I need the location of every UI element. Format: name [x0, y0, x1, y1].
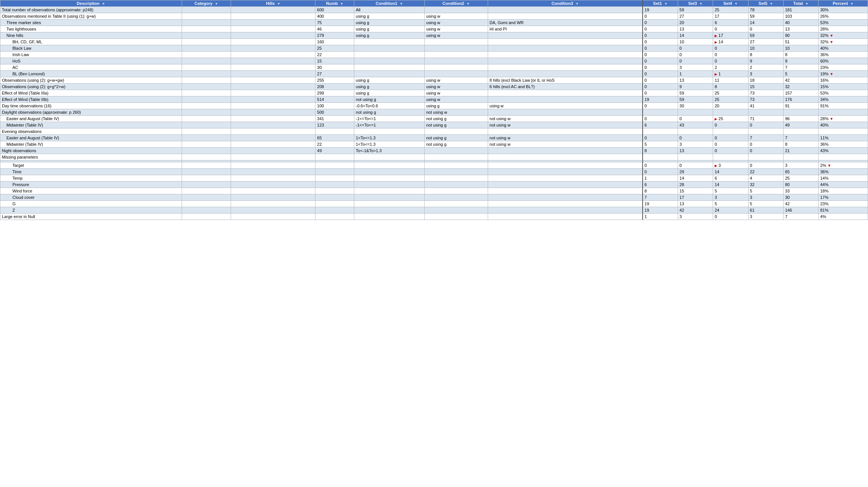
cell-set4: 6: [713, 175, 748, 182]
col-header-category[interactable]: Category ▼: [182, 0, 231, 7]
cell-numb: 299: [315, 90, 354, 96]
cell-description: Missing parameters: [0, 154, 182, 160]
cell-category: [182, 58, 231, 64]
cell-percent: 23%: [819, 64, 868, 71]
cell-percent: 36%: [819, 169, 868, 175]
cell-set1: [643, 109, 678, 116]
table-row: Cloud cover717333017%: [0, 194, 868, 201]
col-header-total[interactable]: Total ▼: [783, 0, 818, 7]
cell-set4: [713, 154, 748, 160]
col-header-description[interactable]: Description ▼: [0, 0, 182, 7]
cell-set3: 0: [678, 116, 713, 122]
cell-cond3: [488, 162, 643, 169]
cell-set1: 0: [643, 32, 678, 39]
cell-numb: [315, 154, 354, 160]
cell-numb: 46: [315, 26, 354, 32]
col-header-numb[interactable]: Numb ▼: [315, 0, 354, 7]
cell-category: [182, 207, 231, 214]
col-header-cond2-label: Condition2: [442, 1, 464, 6]
data-table: Description ▼ Category ▼ Hills ▼ Numb ▼ …: [0, 0, 868, 220]
cell-total: 96: [783, 116, 818, 122]
cell-hills: [231, 214, 315, 220]
cell-category: [182, 122, 231, 128]
col-header-cond1[interactable]: Condition1 ▼: [354, 0, 425, 7]
sort-arrow-set3: ▼: [699, 2, 703, 6]
cell-category: [182, 116, 231, 122]
col-header-set3[interactable]: Set3 ▼: [678, 0, 713, 7]
cell-set3: 0: [678, 45, 713, 52]
cell-total: 33: [783, 188, 818, 194]
cell-numb: [315, 194, 354, 201]
col-header-set4[interactable]: Set4 ▼: [713, 0, 748, 7]
cell-percent: 15%: [819, 84, 868, 90]
cell-set4: 5: [713, 188, 748, 194]
cell-set4: 14: [713, 169, 748, 175]
cell-cond2: [424, 71, 488, 77]
cell-percent: 36%: [819, 141, 868, 148]
cell-total: 9: [783, 58, 818, 64]
cell-set5: 73: [748, 96, 783, 103]
cell-cond3: [488, 45, 643, 52]
cell-set4: ▶ 3: [713, 162, 748, 169]
cell-category: [182, 77, 231, 84]
cell-set4: 0: [713, 45, 748, 52]
cell-percent: 11%: [819, 135, 868, 141]
cell-numb: 22: [315, 52, 354, 58]
cell-set5: 27: [748, 39, 783, 45]
cell-total: 157: [783, 90, 818, 96]
cell-hills: [231, 135, 315, 141]
col-header-set5[interactable]: Set5 ▼: [748, 0, 783, 7]
sort-arrow-numb: ▼: [340, 2, 343, 6]
header-row: Description ▼ Category ▼ Hills ▼ Numb ▼ …: [0, 0, 868, 7]
table-body: Total number of observations (approximat…: [0, 7, 868, 220]
cell-description: Wind force: [0, 188, 182, 194]
percent-arrow-red: ▼: [830, 117, 833, 121]
col-header-cond2[interactable]: Condition2 ▼: [424, 0, 488, 7]
cell-cond2: [424, 154, 488, 160]
cell-numb: [315, 128, 354, 135]
sort-arrow-set5: ▼: [770, 2, 773, 6]
cell-hills: [231, 188, 315, 194]
cell-set4: 0: [713, 135, 748, 141]
col-header-cond3[interactable]: Condition3 ▼: [488, 0, 643, 7]
cell-cond1: [354, 214, 425, 220]
cell-cond2: [424, 214, 488, 220]
cell-cond3: [488, 194, 643, 201]
cell-description: Time: [0, 169, 182, 175]
cell-numb: [315, 169, 354, 175]
cell-cond3: [488, 52, 643, 58]
cell-set5: 18: [748, 77, 783, 84]
col-header-set1[interactable]: Set1 ▼: [643, 0, 678, 7]
col-header-hills[interactable]: Hills ▼: [231, 0, 315, 7]
cell-set4: 6: [713, 20, 748, 26]
cell-set5: 4: [748, 175, 783, 182]
cell-numb: 255: [315, 77, 354, 84]
cell-set4: [713, 128, 748, 135]
cell-set1: 0: [643, 84, 678, 90]
cell-hills: [231, 45, 315, 52]
cell-percent: 43%: [819, 148, 868, 154]
table-row: Large error in Null130374%: [0, 214, 868, 220]
cell-percent: 36%: [819, 52, 868, 58]
cell-hills: [231, 13, 315, 20]
cell-category: [182, 154, 231, 160]
cell-cond3: [488, 182, 643, 188]
cell-numb: 208: [315, 84, 354, 90]
cell-cond1: [354, 58, 425, 64]
cell-cond2: [424, 45, 488, 52]
cell-set1: 0: [643, 90, 678, 96]
cell-cond3: [488, 64, 643, 71]
cell-category: [182, 175, 231, 182]
cell-total: 80: [783, 182, 818, 188]
cell-numb: 500: [315, 109, 354, 116]
cell-description: BH, CD, GF, ML: [0, 39, 182, 45]
col-header-set3-label: Set3: [688, 1, 697, 6]
cell-set3: 13: [678, 148, 713, 154]
cell-numb: [315, 214, 354, 220]
col-header-percent[interactable]: Percent ▼: [819, 0, 868, 7]
cell-hills: [231, 84, 315, 90]
cell-description: Effect of Wind (Table IIIa): [0, 90, 182, 96]
cell-percent: 16%: [819, 77, 868, 84]
cell-set5: 3: [748, 214, 783, 220]
cell-total: [783, 128, 818, 135]
